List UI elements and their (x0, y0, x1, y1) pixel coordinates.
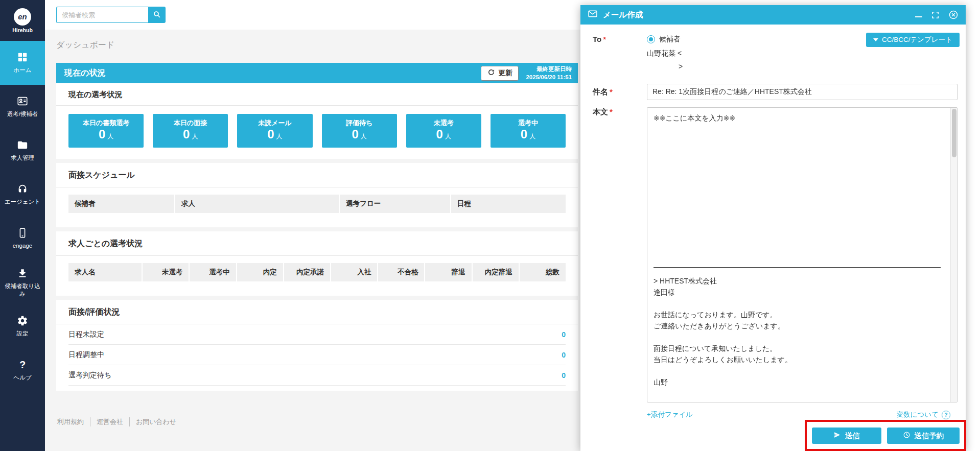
job-status-table-header: 求人名 未選考 選考中 内定 内定承諾 入社 不合格 辞退 内定辞退 総数 (68, 263, 566, 281)
attachment-row: +添付ファイル 変数について ? (647, 410, 950, 419)
cc-bcc-template-button[interactable]: CC/BCC/テンプレート (866, 33, 960, 47)
interview-schedule-panel: 面接スケジュール 候補者 求人 選考フロー 日程 (56, 163, 578, 227)
job-selection-status-panel: 求人ごとの選考状況 求人名 未選考 選考中 内定 内定承諾 入社 不合格 辞退 … (56, 231, 578, 296)
eval-row-no-schedule: 日程未設定 0 (68, 324, 566, 345)
panel-title: 求人ごとの選考状況 (56, 231, 578, 256)
paper-plane-icon (833, 431, 841, 440)
variables-help: 変数について ? (897, 410, 950, 419)
sidebar-item-label: ホーム (13, 66, 31, 74)
sidebar-item-settings[interactable]: 設定 (0, 304, 45, 348)
sidebar-item-help[interactable]: ? ヘルプ (0, 348, 45, 392)
column-header: 辞退 (425, 263, 472, 281)
required-mark: * (610, 107, 613, 116)
cc-bcc-template-label: CC/BCC/テンプレート (882, 35, 952, 44)
candidate-radio[interactable] (647, 35, 655, 43)
sidebar-item-agent[interactable]: エージェント (0, 173, 45, 217)
section-title: 現在の状況 (64, 68, 105, 79)
stat-card-unread-mail[interactable]: 未読メール 0人 (237, 114, 312, 148)
stat-card-in-selection[interactable]: 選考中 0人 (491, 114, 566, 148)
clock-icon (903, 431, 911, 440)
sidebar-item-engage[interactable]: engage (0, 217, 45, 260)
evaluation-status-panel: 面接/評価状況 日程未設定 0 日程調整中 0 選考判定待ち 0 (56, 300, 578, 391)
column-header: 内定 (237, 263, 284, 281)
sidebar-item-import[interactable]: 候補者取り込み (0, 260, 45, 304)
column-header: 内定承諾 (284, 263, 331, 281)
stat-card-interviews-today[interactable]: 本日の面接 0人 (153, 114, 228, 148)
to-value: 候補者 山野花菜 < > (647, 35, 683, 70)
search-button[interactable] (148, 7, 166, 23)
eval-count-link[interactable]: 0 (562, 351, 566, 359)
column-header: 未選考 (143, 263, 190, 281)
maximize-icon[interactable] (931, 11, 940, 19)
column-header: 求人名 (68, 263, 143, 281)
selection-status-subtitle: 現在の選考状況 (56, 83, 578, 106)
column-header: 選考フロー (340, 195, 451, 213)
to-label: To* (593, 35, 647, 70)
window-controls (915, 10, 959, 20)
quoted-message: > HHTEST株式会社 逢田様 お世話になっております。山野です。 ご連絡いた… (654, 275, 943, 388)
sidebar: en Hirehub ホーム 選考/候補者 求人管理 エージェント engage… (0, 0, 45, 451)
footer-link-terms[interactable]: 利用規約 (56, 417, 90, 426)
question-circle-icon[interactable]: ? (942, 411, 950, 419)
attach-file-link[interactable]: +添付ファイル (647, 410, 693, 419)
folder-icon (17, 139, 28, 151)
page-footer: 利用規約 運営会社 お問い合わせ (56, 417, 578, 426)
sidebar-item-label: 設定 (17, 330, 29, 337)
app-logo[interactable]: en Hirehub (0, 0, 45, 41)
mail-icon (588, 9, 598, 21)
stat-card-unscreened[interactable]: 未選考 0人 (406, 114, 481, 148)
panel-title: 面接スケジュール (56, 163, 578, 187)
editor-scrollbar-thumb[interactable] (952, 109, 956, 157)
send-button[interactable]: 送信 (812, 428, 881, 444)
eval-count-link[interactable]: 0 (562, 371, 566, 379)
sidebar-item-jobs[interactable]: 求人管理 (0, 129, 45, 173)
logo-subtext: Hirehub (12, 27, 33, 33)
eval-count-link[interactable]: 0 (562, 330, 566, 339)
column-header: 日程 (451, 195, 566, 213)
column-header: 選考中 (190, 263, 237, 281)
required-mark: * (603, 35, 606, 43)
stat-card-docs-today[interactable]: 本日の書類選考 0人 (68, 114, 144, 148)
mail-composer-header: メール作成 (580, 5, 966, 25)
import-icon (17, 268, 28, 279)
body-label: 本文* (593, 107, 647, 402)
sidebar-item-label: エージェント (5, 198, 40, 205)
schedule-send-button[interactable]: 送信予約 (887, 428, 960, 444)
sidebar-item-label: 候補者取り込み (2, 282, 43, 297)
sidebar-item-candidates[interactable]: 選考/候補者 (0, 85, 45, 129)
footer-link-contact[interactable]: お問い合わせ (130, 417, 182, 426)
search-input[interactable] (56, 7, 148, 23)
footer-link-company[interactable]: 運営会社 (90, 417, 130, 426)
interview-schedule-table-header: 候補者 求人 選考フロー 日程 (68, 195, 566, 213)
subject-input[interactable] (647, 84, 958, 100)
variables-link[interactable]: 変数について (897, 410, 939, 419)
stat-cards: 本日の書類選考 0人 本日の面接 0人 未読メール 0人 評価待ち 0人 (56, 106, 578, 159)
home-icon (17, 52, 28, 63)
body-editor[interactable]: ※※ここに本文を入力※※ > HHTEST株式会社 逢田様 お世話になっておりま… (647, 107, 958, 402)
close-icon[interactable] (948, 10, 959, 20)
schedule-send-button-label: 送信予約 (915, 431, 944, 441)
subject-label: 件名* (593, 87, 647, 97)
refresh-icon (487, 68, 495, 78)
sidebar-item-label: 求人管理 (11, 154, 34, 161)
logo-icon: en (14, 8, 31, 26)
sidebar-item-home[interactable]: ホーム (0, 41, 45, 85)
sidebar-item-label: engage (13, 242, 32, 249)
column-header: 入社 (331, 263, 378, 281)
candidates-icon (17, 96, 28, 107)
send-actions: 送信 送信予約 (812, 428, 960, 444)
required-mark: * (610, 87, 613, 96)
chevron-down-icon (873, 38, 878, 41)
mail-composer-body: To* 候補者 山野花菜 < > CC/BCC/テンプレート 件名* 本文* ※… (580, 25, 966, 451)
minimize-icon[interactable] (915, 16, 922, 18)
stat-card-awaiting-eval[interactable]: 評価待ち 0人 (322, 114, 397, 148)
column-header: 求人 (175, 195, 340, 213)
refresh-button[interactable]: 更新 (481, 66, 519, 81)
current-status-header: 現在の状況 更新 最終更新日時 2025/06/20 11:51 (56, 63, 578, 83)
sidebar-item-label: ヘルプ (13, 374, 31, 381)
editor-scrollbar[interactable] (950, 108, 957, 402)
last-updated: 最終更新日時 2025/06/20 11:51 (526, 65, 572, 81)
candidate-radio-label: 候補者 (659, 35, 681, 44)
recipient-bracket: > (647, 62, 683, 70)
help-icon: ? (19, 359, 26, 370)
